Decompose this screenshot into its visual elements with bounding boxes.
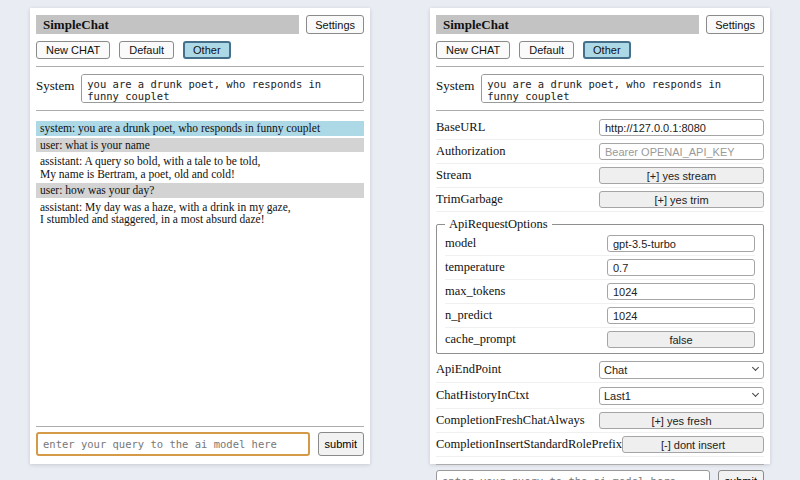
- divider: [36, 110, 364, 111]
- app-title: SimpleChat: [36, 15, 299, 34]
- chathistoryinctxt-select-wrap: Last1: [599, 386, 764, 405]
- chat-message-user: user: what is your name: [36, 138, 364, 153]
- model-input[interactable]: [607, 235, 755, 252]
- settings-panel: SimpleChat Settings New CHAT Default Oth…: [430, 8, 770, 464]
- query-row: submit: [436, 470, 764, 480]
- tab-default[interactable]: Default: [519, 41, 574, 59]
- setting-row-completioninsert: CompletionInsertStandardRolePrefix [-] d…: [436, 433, 764, 457]
- chat-panel: SimpleChat Settings New CHAT Default Oth…: [30, 8, 370, 464]
- settings-button[interactable]: Settings: [306, 15, 364, 34]
- system-prompt-input[interactable]: you are a drunk poet, who responds in fu…: [481, 74, 764, 103]
- setting-row-apiendpoint: ApiEndPoint Chat: [436, 357, 764, 383]
- cache-prompt-toggle-button[interactable]: false: [607, 331, 755, 348]
- divider: [36, 426, 364, 427]
- setting-row-n-predict: n_predict: [445, 304, 755, 328]
- system-prompt-input[interactable]: you are a drunk poet, who responds in fu…: [81, 74, 364, 103]
- chat-message-assistant: assistant: My day was a haze, with a dri…: [36, 200, 364, 227]
- stream-label: Stream: [436, 168, 471, 183]
- submit-button[interactable]: submit: [318, 432, 364, 456]
- tab-default[interactable]: Default: [119, 41, 174, 59]
- cache-prompt-label: cache_prompt: [445, 332, 516, 347]
- chathistoryinctxt-select[interactable]: Last1: [599, 387, 764, 405]
- divider: [436, 110, 764, 111]
- authorization-label: Authorization: [436, 144, 505, 159]
- chathistoryinctxt-label: ChatHistoryInCtxt: [436, 388, 529, 403]
- completioninsert-label: CompletionInsertStandardRolePrefix: [436, 437, 622, 452]
- toolbar: New CHAT Default Other: [36, 41, 364, 59]
- model-label: model: [445, 236, 476, 251]
- stream-toggle-button[interactable]: [+] yes stream: [599, 167, 764, 184]
- tab-other[interactable]: Other: [583, 41, 631, 59]
- system-label: System: [36, 74, 74, 94]
- query-row: submit: [36, 432, 364, 456]
- trimgarbage-toggle-button[interactable]: [+] yes trim: [599, 191, 764, 208]
- new-chat-button[interactable]: New CHAT: [436, 41, 510, 59]
- n-predict-label: n_predict: [445, 308, 492, 323]
- query-input[interactable]: [36, 432, 310, 456]
- spacer: [36, 229, 364, 420]
- authorization-input[interactable]: [599, 143, 764, 160]
- system-label: System: [436, 74, 474, 94]
- query-input[interactable]: [436, 470, 710, 480]
- tab-other[interactable]: Other: [183, 41, 231, 59]
- completionfresh-toggle-button[interactable]: [+] yes fresh: [599, 412, 764, 429]
- new-chat-button[interactable]: New CHAT: [36, 41, 110, 59]
- setting-row-temperature: temperature: [445, 256, 755, 280]
- api-request-options-legend: ApiRequestOptions: [445, 217, 552, 232]
- setting-row-baseurl: BaseURL: [436, 116, 764, 140]
- api-request-options-group: ApiRequestOptions model temperature max_…: [436, 217, 764, 354]
- chat-message-user: user: how was your day?: [36, 183, 364, 198]
- completioninsert-toggle-button[interactable]: [-] dont insert: [622, 436, 764, 453]
- setting-row-stream: Stream [+] yes stream: [436, 164, 764, 188]
- header: SimpleChat Settings: [36, 15, 364, 34]
- n-predict-input[interactable]: [607, 307, 755, 324]
- settings-button[interactable]: Settings: [706, 15, 764, 34]
- toolbar: New CHAT Default Other: [436, 41, 764, 59]
- setting-row-authorization: Authorization: [436, 140, 764, 164]
- setting-row-max-tokens: max_tokens: [445, 280, 755, 304]
- chat-history: system: you are a drunk poet, who respon…: [36, 121, 364, 229]
- app-title: SimpleChat: [436, 15, 699, 34]
- setting-row-cache-prompt: cache_prompt false: [445, 328, 755, 351]
- setting-row-chathistoryinctxt: ChatHistoryInCtxt Last1: [436, 383, 764, 409]
- apiendpoint-label: ApiEndPoint: [436, 362, 501, 377]
- divider: [436, 66, 764, 67]
- apiendpoint-select[interactable]: Chat: [599, 361, 764, 379]
- apiendpoint-select-wrap: Chat: [599, 360, 764, 379]
- max-tokens-input[interactable]: [607, 283, 755, 300]
- baseurl-input[interactable]: [599, 119, 764, 136]
- submit-button[interactable]: submit: [718, 470, 764, 480]
- completionfresh-label: CompletionFreshChatAlways: [436, 413, 585, 428]
- chat-message-assistant: assistant: A query so bold, with a tale …: [36, 154, 364, 181]
- setting-row-trimgarbage: TrimGarbage [+] yes trim: [436, 188, 764, 212]
- system-prompt-row: System you are a drunk poet, who respond…: [36, 74, 364, 103]
- chat-message-system: system: you are a drunk poet, who respon…: [36, 121, 364, 136]
- baseurl-label: BaseURL: [436, 120, 485, 135]
- setting-row-model: model: [445, 232, 755, 256]
- system-prompt-row: System you are a drunk poet, who respond…: [436, 74, 764, 103]
- temperature-label: temperature: [445, 260, 505, 275]
- divider: [436, 464, 764, 465]
- setting-row-completionfresh: CompletionFreshChatAlways [+] yes fresh: [436, 409, 764, 433]
- temperature-input[interactable]: [607, 259, 755, 276]
- header: SimpleChat Settings: [436, 15, 764, 34]
- trimgarbage-label: TrimGarbage: [436, 192, 503, 207]
- max-tokens-label: max_tokens: [445, 284, 505, 299]
- divider: [36, 66, 364, 67]
